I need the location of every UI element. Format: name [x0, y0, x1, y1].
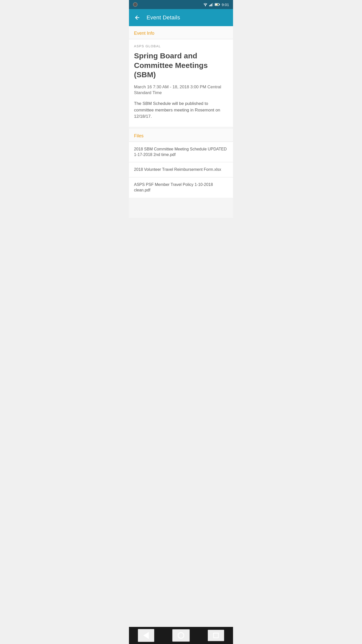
- files-list: 2018 SBM Committee Meeting Schedule UPDA…: [129, 142, 233, 198]
- files-section-header: Files: [129, 129, 233, 142]
- event-title: Spring Board and Committee Meetings (SBM…: [134, 51, 228, 79]
- file-item-1[interactable]: 2018 SBM Committee Meeting Schedule UPDA…: [129, 142, 233, 163]
- wifi-icon: [203, 3, 208, 6]
- status-time: 9:01: [222, 3, 229, 7]
- file-item-2[interactable]: 2018 Volunteer Travel Reimbursement Form…: [129, 162, 233, 177]
- status-bar-left: [133, 2, 138, 7]
- file-name-2: 2018 Volunteer Travel Reimbursement Form…: [134, 167, 221, 172]
- file-name-3: ASPS PSF Member Travel Policy 1-10-2018 …: [134, 182, 213, 192]
- battery-icon: ⚡: [215, 3, 220, 6]
- app-bar: Event Details: [129, 9, 233, 26]
- event-info-label: Event Info: [134, 31, 154, 36]
- files-label: Files: [134, 133, 144, 138]
- signal-icon: [209, 3, 213, 6]
- event-date: March 16 7:30 AM - 18, 2018 3:00 PM Cent…: [134, 84, 228, 96]
- svg-text:⚡: ⚡: [216, 4, 218, 6]
- status-bar-right: ⚡ 9:01: [203, 3, 229, 7]
- svg-rect-4: [212, 3, 213, 6]
- back-button[interactable]: [133, 13, 142, 22]
- svg-rect-1: [209, 5, 210, 6]
- file-name-1: 2018 SBM Committee Meeting Schedule UPDA…: [134, 147, 227, 157]
- svg-point-0: [205, 6, 206, 6]
- status-bar: ⚡ 9:01: [129, 0, 233, 9]
- svg-rect-3: [211, 4, 212, 6]
- file-item-3[interactable]: ASPS PSF Member Travel Policy 1-10-2018 …: [129, 177, 233, 198]
- camera-icon: [133, 2, 138, 7]
- event-organization: ASPS GLOBAL: [134, 44, 228, 48]
- svg-rect-2: [210, 5, 211, 6]
- event-info-section: ASPS GLOBAL Spring Board and Committee M…: [129, 39, 233, 127]
- content: Event Info ASPS GLOBAL Spring Board and …: [129, 26, 233, 218]
- svg-rect-7: [219, 4, 220, 5]
- nav-spacer: [129, 198, 233, 218]
- app-bar-title: Event Details: [147, 14, 180, 21]
- event-info-section-header: Event Info: [129, 26, 233, 39]
- event-description: The SBM Schedule will be published to co…: [134, 100, 228, 120]
